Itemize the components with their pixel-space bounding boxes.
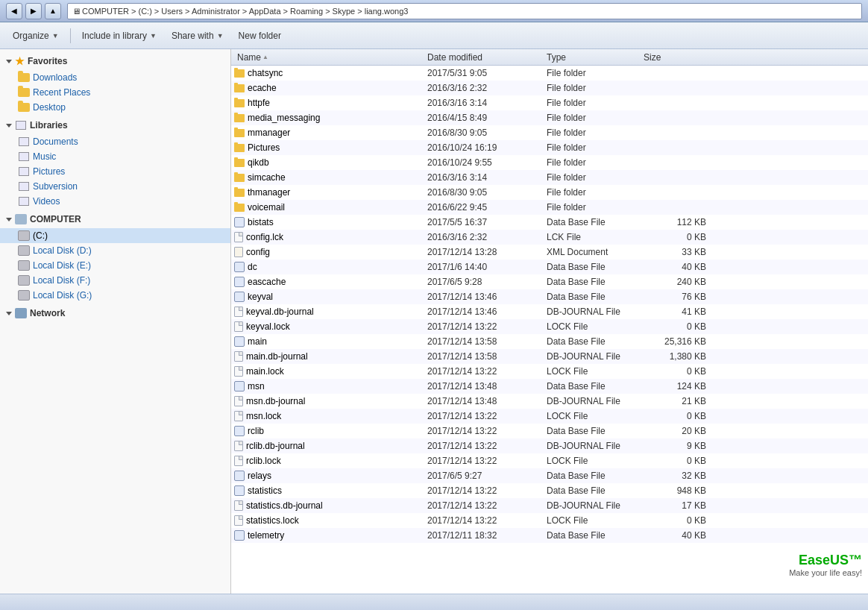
sidebar-item-local-disk-e[interactable]: Local Disk (E:): [0, 258, 230, 273]
file-type-cell: LOCK File: [541, 366, 638, 377]
sidebar-item-local-disk-g[interactable]: Local Disk (G:): [0, 288, 230, 303]
file-type-cell: XML Document: [541, 247, 638, 257]
column-header-row: Name ▲ Date modified Type Size: [231, 49, 868, 66]
sidebar-item-local-disk-f[interactable]: Local Disk (F:): [0, 273, 230, 288]
file-name-text: thmanager: [248, 187, 290, 198]
sidebar-item-pictures[interactable]: Pictures: [0, 164, 230, 179]
column-type-header[interactable]: Type: [541, 49, 638, 66]
file-type-cell: Data Base File: [541, 292, 638, 302]
table-row[interactable]: main.lock 2017/12/14 13:22 LOCK File 0 K…: [231, 364, 868, 379]
address-bar[interactable]: 🖥 COMPUTER > (C:) > Users > Administrato…: [67, 3, 862, 19]
column-date-header[interactable]: Date modified: [421, 49, 541, 66]
pictures-icon: [18, 166, 30, 177]
table-row[interactable]: statistics.lock 2017/12/14 13:22 LOCK Fi…: [231, 513, 868, 528]
file-name-cell: keyval: [231, 292, 421, 302]
sidebar-item-music[interactable]: Music: [0, 149, 230, 164]
table-row[interactable]: voicemail 2016/6/22 9:45 File folder: [231, 200, 868, 215]
network-header[interactable]: Network: [0, 304, 230, 322]
breadcrumb: 🖥 COMPUTER > (C:) > Users > Administrato…: [72, 7, 408, 16]
table-row[interactable]: config.lck 2016/3/16 2:32 LCK File 0 KB: [231, 230, 868, 245]
file-date-cell: 2016/8/30 9:05: [421, 128, 541, 138]
computer-icon: [15, 213, 27, 225]
toolbar: Organize ▼ Include in library ▼ Share wi…: [0, 22, 868, 49]
table-row[interactable]: bistats 2017/5/5 16:37 Data Base File 11…: [231, 215, 868, 230]
file-date-cell: 2017/12/14 13:28: [421, 247, 541, 257]
file-icon: [234, 500, 243, 511]
file-list[interactable]: chatsync 2017/5/31 9:05 File folder ecac…: [231, 66, 868, 594]
column-name-header[interactable]: Name ▲: [231, 49, 421, 66]
documents-icon: [18, 136, 30, 148]
file-date-cell: 2016/10/24 16:19: [421, 142, 541, 153]
table-row[interactable]: simcache 2016/3/16 3:14 File folder: [231, 170, 868, 185]
sidebar-item-subversion[interactable]: Subversion: [0, 179, 230, 194]
file-date-cell: 2017/12/14 13:22: [421, 426, 541, 436]
table-row[interactable]: ecache 2016/3/16 2:32 File folder: [231, 81, 868, 95]
table-row[interactable]: dc 2017/1/6 14:40 Data Base File 40 KB: [231, 260, 868, 274]
table-row[interactable]: relays 2017/6/5 9:27 Data Base File 32 K…: [231, 468, 868, 483]
table-row[interactable]: rclib 2017/12/14 13:22 Data Base File 20…: [231, 424, 868, 438]
share-with-button[interactable]: Share with ▼: [165, 26, 230, 45]
folder-icon: [234, 189, 245, 197]
up-button[interactable]: ▲: [45, 3, 61, 19]
file-name-cell: ecache: [231, 83, 421, 93]
table-row[interactable]: qikdb 2016/10/24 9:55 File folder: [231, 155, 868, 170]
sidebar-item-c-drive[interactable]: (C:): [0, 228, 230, 243]
table-row[interactable]: telemetry 2017/12/11 18:32 Data Base Fil…: [231, 528, 868, 543]
file-type-cell: File folder: [541, 83, 638, 93]
table-row[interactable]: config 2017/12/14 13:28 XML Document 33 …: [231, 245, 868, 260]
table-row[interactable]: rclib.lock 2017/12/14 13:22 LOCK File 0 …: [231, 453, 868, 468]
file-name-text: statistics.lock: [246, 515, 299, 526]
file-name-text: simcache: [248, 172, 286, 183]
file-name-cell: bistats: [231, 217, 421, 227]
organize-button[interactable]: Organize ▼: [6, 26, 66, 45]
libraries-header[interactable]: Libraries: [0, 116, 230, 134]
table-row[interactable]: main.db-journal 2017/12/14 13:58 DB-JOUR…: [231, 349, 868, 364]
table-row[interactable]: chatsync 2017/5/31 9:05 File folder: [231, 66, 868, 81]
table-row[interactable]: statistics.db-journal 2017/12/14 13:22 D…: [231, 498, 868, 513]
file-name-cell: statistics.lock: [231, 515, 421, 526]
table-row[interactable]: keyval.db-journal 2017/12/14 13:46 DB-JO…: [231, 304, 868, 319]
sidebar-item-local-disk-d[interactable]: Local Disk (D:): [0, 243, 230, 258]
table-row[interactable]: media_messaging 2016/4/15 8:49 File fold…: [231, 110, 868, 125]
sidebar-item-downloads[interactable]: Downloads: [0, 70, 230, 85]
table-row[interactable]: rclib.db-journal 2017/12/14 13:22 DB-JOU…: [231, 438, 868, 453]
new-folder-button[interactable]: New folder: [232, 26, 288, 45]
favorites-label: Favorites: [28, 56, 67, 66]
table-row[interactable]: keyval.lock 2017/12/14 13:22 LOCK File 0…: [231, 319, 868, 334]
file-size-cell: 124 KB: [638, 381, 712, 392]
table-row[interactable]: msn.lock 2017/12/14 13:22 LOCK File 0 KB: [231, 409, 868, 424]
computer-header[interactable]: COMPUTER: [0, 210, 230, 228]
column-size-header[interactable]: Size: [638, 49, 712, 66]
trademark-icon: ™: [849, 553, 862, 567]
table-row[interactable]: thmanager 2016/8/30 9:05 File folder: [231, 185, 868, 200]
sidebar-item-documents[interactable]: Documents: [0, 134, 230, 149]
table-row[interactable]: msn 2017/12/14 13:48 Data Base File 124 …: [231, 379, 868, 394]
favorites-header[interactable]: ★ Favorites: [0, 52, 230, 70]
table-row[interactable]: eascache 2017/6/5 9:28 Data Base File 24…: [231, 274, 868, 289]
file-size-cell: 40 KB: [638, 530, 712, 541]
forward-button[interactable]: ▶: [25, 3, 42, 19]
sidebar-item-desktop[interactable]: Desktop: [0, 100, 230, 115]
file-size-cell: 21 KB: [638, 396, 712, 406]
table-row[interactable]: statistics 2017/12/14 13:22 Data Base Fi…: [231, 483, 868, 498]
table-row[interactable]: keyval 2017/12/14 13:46 Data Base File 7…: [231, 289, 868, 304]
sidebar-item-videos[interactable]: Videos: [0, 194, 230, 209]
sidebar-item-recent-places[interactable]: Recent Places: [0, 85, 230, 100]
table-row[interactable]: msn.db-journal 2017/12/14 13:48 DB-JOURN…: [231, 394, 868, 409]
table-row[interactable]: mmanager 2016/8/30 9:05 File folder: [231, 125, 868, 140]
folder-icon: [234, 204, 245, 212]
file-size-cell: 17 KB: [638, 500, 712, 511]
right-panel: Name ▲ Date modified Type Size chatsync …: [231, 49, 868, 594]
organize-chevron-icon: ▼: [52, 32, 59, 40]
file-name-cell: httpfe: [231, 98, 421, 108]
file-date-cell: 2017/5/31 9:05: [421, 68, 541, 78]
include-library-button[interactable]: Include in library ▼: [75, 26, 163, 45]
desktop-icon: [18, 101, 30, 113]
local-disk-d-icon: [18, 245, 30, 257]
table-row[interactable]: main 2017/12/14 13:58 Data Base File 25,…: [231, 334, 868, 349]
file-name-text: main.db-journal: [246, 351, 308, 362]
table-row[interactable]: Pictures 2016/10/24 16:19 File folder: [231, 140, 868, 155]
file-name-cell: main.lock: [231, 366, 421, 377]
table-row[interactable]: httpfe 2016/3/16 3:14 File folder: [231, 95, 868, 110]
back-button[interactable]: ◀: [6, 3, 22, 19]
